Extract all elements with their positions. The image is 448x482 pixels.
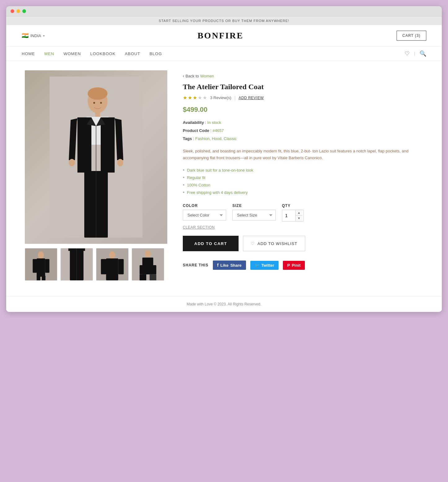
review-count: 3 Review(s) bbox=[210, 95, 231, 100]
svg-rect-16 bbox=[42, 276, 46, 280]
thumb-placeholder-1 bbox=[25, 248, 57, 280]
svg-point-11 bbox=[100, 102, 102, 104]
product-code-row: Product Code : #4657 bbox=[183, 127, 423, 135]
nav-divider: | bbox=[414, 51, 415, 56]
thumb-placeholder-4 bbox=[132, 248, 164, 280]
nav-link-blog[interactable]: BLOG bbox=[150, 51, 162, 56]
nav-item-home[interactable]: HOME bbox=[22, 51, 35, 56]
star-1: ★ bbox=[183, 95, 187, 101]
pinterest-share-button[interactable]: P Pinit bbox=[283, 261, 305, 270]
facebook-share-button[interactable]: f Like Share bbox=[213, 261, 246, 270]
thumbnail-2[interactable] bbox=[60, 248, 93, 281]
qty-arrows: ▲ ▼ bbox=[295, 210, 302, 221]
features-list: Dark blue suit for a tone-on-tone look R… bbox=[183, 166, 423, 196]
svg-point-6 bbox=[117, 159, 123, 166]
svg-rect-27 bbox=[101, 259, 107, 274]
nav-links: HOME MEN WOMEN LOOKBOOK ABOUT BLOG bbox=[22, 51, 162, 56]
nav-link-home[interactable]: HOME bbox=[22, 51, 35, 56]
add-review-link[interactable]: ADD REVIEW bbox=[239, 96, 264, 100]
qty-increment-button[interactable]: ▲ bbox=[296, 210, 302, 216]
feature-2: Regular fit bbox=[183, 174, 423, 181]
country-selector[interactable]: 🇮🇳 INDIA ▾ bbox=[22, 32, 45, 39]
chevron-down-icon: ▾ bbox=[43, 34, 45, 37]
nav-link-lookbook[interactable]: LOOKBOOK bbox=[90, 51, 116, 56]
product-code-value: #4657 bbox=[213, 128, 224, 133]
svg-rect-26 bbox=[106, 258, 118, 280]
svg-rect-15 bbox=[37, 276, 40, 280]
nav-item-about[interactable]: ABOUT bbox=[125, 51, 140, 56]
nav-link-men[interactable]: MEN bbox=[44, 51, 54, 56]
product-figure-svg bbox=[50, 77, 143, 238]
main-image-placeholder bbox=[25, 70, 167, 244]
svg-rect-22 bbox=[68, 248, 75, 251]
clear-section-link[interactable]: CLEAR SECTION bbox=[183, 225, 215, 230]
site-header: 🇮🇳 INDIA ▾ BONFIRE CART (3) bbox=[6, 25, 442, 46]
availability-row: Availability : In stock bbox=[183, 119, 423, 127]
nav-right: ♡ | 🔍 bbox=[405, 50, 426, 57]
wishlist-label: ADD TO WISHLIST bbox=[257, 241, 297, 246]
search-icon[interactable]: 🔍 bbox=[419, 50, 426, 57]
star-2: ★ bbox=[188, 95, 192, 101]
nav-item-men[interactable]: MEN bbox=[44, 51, 54, 56]
svg-rect-28 bbox=[118, 259, 124, 274]
twitter-icon: 🐦 bbox=[255, 263, 260, 268]
add-to-wishlist-button[interactable]: ♡ ADD TO WISHLIST bbox=[243, 236, 305, 251]
svg-point-10 bbox=[93, 102, 95, 104]
feature-1: Dark blue suit for a tone-on-tone look bbox=[183, 166, 423, 174]
top-banner: START SELLING YOUR PRODUCTS OR BUY THEM … bbox=[6, 16, 442, 25]
size-select[interactable]: Select Size S M L XL bbox=[232, 210, 276, 221]
svg-rect-18 bbox=[45, 259, 50, 273]
heart-icon: ♡ bbox=[251, 241, 255, 246]
product-details: ‹ Back to Women The Atelier Tailored Coa… bbox=[183, 70, 423, 281]
site-nav: HOME MEN WOMEN LOOKBOOK ABOUT BLOG bbox=[6, 46, 442, 61]
facebook-icon: f bbox=[217, 263, 219, 268]
browser-window: START SELLING YOUR PRODUCTS OR BUY THEM … bbox=[6, 6, 442, 312]
close-button[interactable] bbox=[11, 9, 14, 13]
thumbnail-3[interactable] bbox=[96, 248, 129, 281]
thumbnail-4[interactable] bbox=[132, 248, 164, 281]
add-to-cart-button[interactable]: ADD TO CART bbox=[183, 236, 239, 251]
star-rating: ★ ★ ★ ★ ★ bbox=[183, 95, 207, 101]
nav-item-women[interactable]: WOMEN bbox=[64, 51, 81, 56]
footer-text: Made with Love © 2023. All Rights Reserv… bbox=[187, 302, 261, 306]
qty-input[interactable] bbox=[282, 210, 295, 221]
tags-row: Tags : Fashion, Hood, Classic bbox=[183, 135, 423, 143]
star-3: ★ bbox=[193, 95, 197, 101]
qty-input-wrap: ▲ ▼ bbox=[282, 210, 304, 221]
nav-item-lookbook[interactable]: LOOKBOOK bbox=[90, 51, 116, 56]
nav-link-women[interactable]: WOMEN bbox=[64, 51, 81, 56]
cart-button[interactable]: CART (3) bbox=[397, 31, 426, 41]
wishlist-icon[interactable]: ♡ bbox=[405, 50, 410, 57]
nav-item-blog[interactable]: BLOG bbox=[150, 51, 162, 56]
header-right: CART (3) bbox=[397, 31, 426, 41]
pinterest-icon: P bbox=[287, 263, 290, 268]
svg-rect-17 bbox=[33, 259, 37, 273]
back-link[interactable]: ‹ Back to Women bbox=[183, 73, 423, 78]
product-price: $499.00 bbox=[183, 106, 423, 114]
minimize-button[interactable] bbox=[16, 9, 20, 13]
qty-decrement-button[interactable]: ▼ bbox=[296, 216, 302, 221]
action-buttons: ADD TO CART ♡ ADD TO WISHLIST bbox=[183, 236, 423, 251]
flag-icon: 🇮🇳 bbox=[22, 32, 29, 39]
star-5: ★ bbox=[203, 95, 207, 101]
facebook-like-label: Like bbox=[220, 263, 228, 268]
color-label: COLOR bbox=[183, 204, 226, 208]
site-logo: BONFIRE bbox=[197, 31, 244, 41]
product-meta: Availability : In stock Product Code : #… bbox=[183, 119, 423, 143]
back-link-prefix: Back to bbox=[186, 74, 199, 78]
nav-link-about[interactable]: ABOUT bbox=[125, 51, 140, 56]
svg-point-30 bbox=[145, 250, 151, 258]
main-product-image[interactable] bbox=[25, 70, 167, 244]
rating-divider: | bbox=[235, 95, 236, 100]
thumbnail-1[interactable] bbox=[25, 248, 57, 281]
color-select[interactable]: Select Color Black Navy Blue Grey bbox=[183, 210, 226, 221]
twitter-label: Twitter bbox=[261, 263, 275, 268]
svg-point-5 bbox=[69, 159, 75, 166]
back-link-text: Women bbox=[200, 74, 214, 78]
rating-row: ★ ★ ★ ★ ★ 3 Review(s) | ADD REVIEW bbox=[183, 95, 423, 101]
svg-point-13 bbox=[38, 252, 44, 259]
maximize-button[interactable] bbox=[22, 9, 26, 13]
twitter-share-button[interactable]: 🐦 Twitter bbox=[250, 261, 279, 270]
svg-point-2 bbox=[88, 87, 108, 100]
main-content: ‹ Back to Women The Atelier Tailored Coa… bbox=[6, 61, 442, 296]
